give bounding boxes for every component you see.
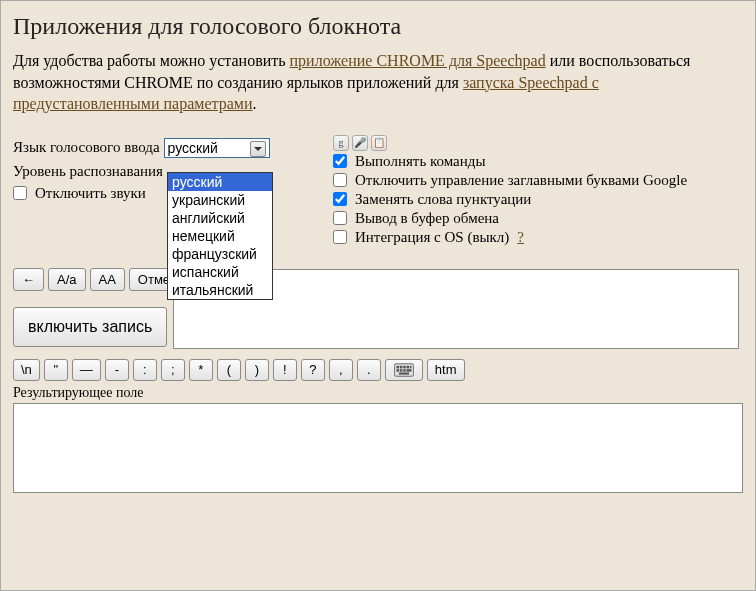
record-button[interactable]: включить запись xyxy=(13,307,167,347)
page-title: Приложения для голосового блокнота xyxy=(13,13,743,40)
ck-clip: Вывод в буфер обмена xyxy=(333,210,743,227)
lang-option[interactable]: украинский xyxy=(168,191,272,209)
sym-lparen[interactable]: ( xyxy=(217,359,241,381)
os-checkbox[interactable] xyxy=(333,230,347,244)
settings-right: g 🎤 📋 Выполнять команды Отключить управл… xyxy=(333,135,743,248)
sym-rparen[interactable]: ) xyxy=(245,359,269,381)
lang-option[interactable]: итальянский xyxy=(168,281,272,299)
intro-t1: Для удобства работы можно установить xyxy=(13,52,290,69)
caps-checkbox[interactable] xyxy=(333,173,347,187)
clip-label: Вывод в буфер обмена xyxy=(355,210,499,227)
svg-rect-9 xyxy=(406,369,411,372)
keyboard-button[interactable] xyxy=(385,359,423,381)
sym-comma[interactable]: , xyxy=(329,359,353,381)
google-icon[interactable]: g xyxy=(333,135,349,151)
recog-label: Уровень распознавания xyxy=(13,163,163,180)
sym-semicolon[interactable]: ; xyxy=(161,359,185,381)
lang-select[interactable]: русский xyxy=(164,138,270,158)
sym-quest[interactable]: ? xyxy=(301,359,325,381)
app-window: Приложения для голосового блокнота Для у… xyxy=(0,0,756,591)
case-upper-button[interactable]: АА xyxy=(90,268,125,291)
svg-rect-6 xyxy=(396,369,399,372)
svg-rect-7 xyxy=(400,369,403,372)
output-label: Результирующее поле xyxy=(13,385,743,401)
lang-select-value: русский xyxy=(168,140,218,156)
svg-rect-8 xyxy=(403,369,406,372)
sym-newline[interactable]: \n xyxy=(13,359,40,381)
lang-option[interactable]: английский xyxy=(168,209,272,227)
svg-rect-4 xyxy=(406,366,409,369)
lang-dropdown: русский украинский английский немецкий ф… xyxy=(167,172,273,300)
mic-icon[interactable]: 🎤 xyxy=(352,135,368,151)
caps-label: Отключить управление заглавными буквами … xyxy=(355,172,687,189)
sym-asterisk[interactable]: * xyxy=(189,359,213,381)
commands-checkbox[interactable] xyxy=(333,154,347,168)
svg-rect-10 xyxy=(399,372,409,374)
svg-rect-2 xyxy=(400,366,403,369)
lang-option[interactable]: испанский xyxy=(168,263,272,281)
keyboard-icon xyxy=(393,362,415,378)
clip-checkbox[interactable] xyxy=(333,211,347,225)
ck-os: Интеграция с OS (выкл) ? xyxy=(333,229,743,246)
row-lang: Язык голосового ввода русский xyxy=(13,137,313,159)
sym-excl[interactable]: ! xyxy=(273,359,297,381)
intro-t3: . xyxy=(253,95,257,112)
os-label: Интеграция с OS (выкл) xyxy=(355,229,509,246)
settings-left: Язык голосового ввода русский Уровень ра… xyxy=(13,135,313,248)
icon-strip: g 🎤 📋 xyxy=(333,135,743,151)
lang-option[interactable]: французский xyxy=(168,245,272,263)
row-recog: Уровень распознавания русский украинский… xyxy=(13,161,313,183)
svg-rect-3 xyxy=(403,366,406,369)
svg-rect-1 xyxy=(396,366,399,369)
case-toggle-button[interactable]: А/а xyxy=(48,268,86,291)
punct-label: Заменять слова пунктуации xyxy=(355,191,531,208)
back-button[interactable]: ← xyxy=(13,268,44,291)
sym-quote[interactable]: " xyxy=(44,359,68,381)
os-help-link[interactable]: ? xyxy=(517,229,524,246)
sym-emdash[interactable]: — xyxy=(72,359,101,381)
settings-panel: Язык голосового ввода русский Уровень ра… xyxy=(13,135,743,248)
clipboard-icon[interactable]: 📋 xyxy=(371,135,387,151)
htm-button[interactable]: htm xyxy=(427,359,465,381)
lang-option[interactable]: русский xyxy=(168,173,272,191)
link-chrome-app[interactable]: приложение CHROME для Speechpad xyxy=(290,52,546,69)
output-textarea[interactable] xyxy=(13,403,743,493)
lang-label: Язык голосового ввода xyxy=(13,139,160,156)
ck-caps: Отключить управление заглавными буквами … xyxy=(333,172,743,189)
sym-period[interactable]: . xyxy=(357,359,381,381)
mute-checkbox[interactable] xyxy=(13,186,27,200)
ck-commands: Выполнять команды xyxy=(333,153,743,170)
svg-rect-5 xyxy=(410,366,412,369)
toolbar-symbols: \n " — - : ; * ( ) ! ? , . htm xyxy=(13,359,743,381)
mute-label: Отключить звуки xyxy=(35,185,146,202)
intro-text: Для удобства работы можно установить при… xyxy=(13,50,743,115)
lang-option[interactable]: немецкий xyxy=(168,227,272,245)
sym-colon[interactable]: : xyxy=(133,359,157,381)
ck-punct: Заменять слова пунктуации xyxy=(333,191,743,208)
sym-dash[interactable]: - xyxy=(105,359,129,381)
punct-checkbox[interactable] xyxy=(333,192,347,206)
commands-label: Выполнять команды xyxy=(355,153,486,170)
